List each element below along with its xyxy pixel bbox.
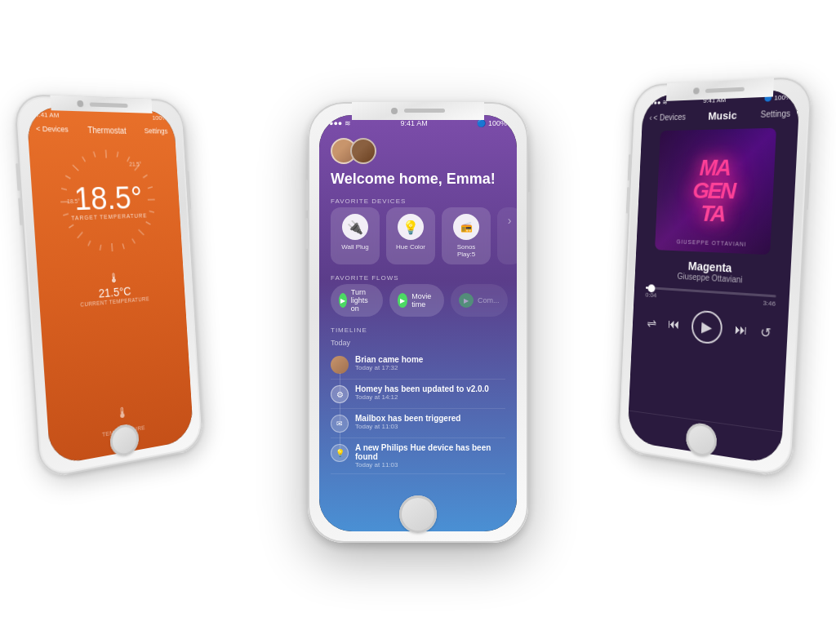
- home-signal: ●●● ≋: [329, 119, 351, 127]
- timeline-item-brian: Brian came home Today at 17:32: [331, 350, 505, 380]
- svg-line-21: [73, 165, 78, 171]
- svg-line-23: [94, 152, 96, 158]
- timeline-item-philips: 💡 A new Philips Hue device has been foun…: [331, 438, 505, 474]
- center-speaker: [404, 109, 445, 113]
- next-button[interactable]: ⏭: [735, 322, 748, 339]
- music-settings[interactable]: Settings: [760, 109, 790, 119]
- music-screen-container: ●●● ≋ 9:41 AM 🔵 100% ‹ < Devices Music S…: [627, 89, 800, 465]
- flow-lights-play: ▶: [339, 293, 347, 308]
- svg-line-1: [117, 152, 118, 158]
- section-flows-label: FAVORITE FLOWS: [319, 271, 517, 284]
- svg-line-11: [122, 243, 124, 249]
- album-art: MAGENTA GIUSEPPE OTTAVIANI: [655, 128, 776, 255]
- wall-plug-icon: 🔌: [342, 214, 368, 240]
- center-power-button[interactable]: [528, 192, 531, 241]
- svg-line-14: [88, 241, 91, 246]
- phone-right: ●●● ≋ 9:41 AM 🔵 100% ‹ < Devices Music S…: [617, 76, 813, 479]
- volume-down-button[interactable]: [18, 198, 22, 225]
- scene: 9:41 AM 100% < Devices Thermostat Settin…: [0, 0, 836, 644]
- device-card-sonos[interactable]: 📻 Sonos Play:5: [442, 207, 491, 264]
- device-card-hue[interactable]: 💡 Hue Color: [386, 207, 435, 264]
- center-vol-up[interactable]: [305, 180, 308, 211]
- event-time-homey: Today at 14:12: [355, 393, 489, 401]
- thermostat-current-temp: 🌡 21.5°C CURRENT TEMPERATURE: [78, 269, 149, 308]
- flow-movie[interactable]: ▶ Movie time: [389, 284, 444, 317]
- right-camera: [693, 87, 700, 94]
- svg-line-10: [132, 238, 136, 243]
- timeline-dot-philips: 💡: [331, 444, 349, 462]
- thermostat-battery: 100%: [152, 114, 167, 122]
- power-button[interactable]: [187, 171, 191, 210]
- avatar-brian: [350, 138, 376, 164]
- greeting-area: [319, 131, 517, 171]
- flow-more-play: ▶: [459, 293, 474, 308]
- event-time-philips: Today at 11:03: [355, 461, 505, 469]
- play-button[interactable]: ▶: [691, 309, 723, 344]
- svg-line-17: [63, 214, 69, 215]
- flow-movie-label: Movie time: [411, 292, 436, 309]
- thermostat-title: Thermostat: [87, 126, 127, 135]
- section-timeline-label: TIMELINE: [331, 323, 505, 335]
- right-power-button[interactable]: [806, 162, 811, 210]
- section-devices-label: FAVORITE DEVICES: [319, 194, 517, 207]
- thermometer-bottom-icon: 🌡: [100, 402, 145, 425]
- event-time-mailbox: Today at 11:03: [355, 423, 460, 430]
- timeline-dot-homey: ⚙: [331, 385, 349, 403]
- svg-line-9: [139, 229, 145, 235]
- center-camera: [391, 108, 398, 114]
- timeline-dot-brian: [331, 356, 349, 374]
- timeline-content-homey: Homey has been updated to v2.0.0 Today a…: [355, 384, 489, 401]
- sonos-icon: 📻: [453, 214, 479, 240]
- home-time: 9:41 AM: [401, 119, 428, 127]
- thermostat-target-temp: 18.5° TARGET TEMPERATURE: [69, 182, 147, 221]
- svg-line-22: [82, 157, 86, 162]
- svg-line-4: [143, 175, 147, 177]
- svg-line-8: [146, 222, 151, 224]
- music-signal: ●●● ≋: [650, 99, 667, 107]
- volume-up-button[interactable]: [16, 163, 20, 191]
- flow-lights[interactable]: ▶ Turn lights on: [331, 284, 383, 317]
- center-home-button[interactable]: [399, 495, 437, 533]
- event-title-mailbox: Mailbox has been triggered: [355, 414, 460, 423]
- music-back[interactable]: ‹ < Devices: [649, 113, 686, 122]
- more-devices-icon: ›: [508, 214, 512, 227]
- device-card-more[interactable]: ›: [497, 207, 517, 264]
- shuffle-button[interactable]: ⇌: [647, 314, 656, 330]
- svg-line-5: [148, 187, 153, 189]
- svg-text:21.5°: 21.5°: [129, 162, 141, 167]
- right-vol-up[interactable]: [628, 154, 631, 181]
- time-current: 0:04: [645, 291, 656, 300]
- today-label: Today: [331, 335, 505, 350]
- timeline-content-philips: A new Philips Hue device has been found …: [355, 443, 505, 469]
- phone-left: 9:41 AM 100% < Devices Thermostat Settin…: [13, 94, 203, 480]
- event-time-brian: Today at 17:32: [355, 364, 423, 371]
- wall-plug-label: Wall Plug: [341, 243, 369, 251]
- prev-button[interactable]: ⏮: [668, 317, 680, 332]
- thermostat-screen: 9:41 AM 100% < Devices Thermostat Settin…: [26, 106, 193, 466]
- thermostat-dial: 18.5° 21.5° 18.5° TARGET TEMPERATURE: [50, 143, 164, 261]
- svg-line-13: [100, 245, 100, 251]
- device-card-wall-plug[interactable]: 🔌 Wall Plug: [331, 207, 380, 264]
- album-title-line1: MAGENTA: [691, 156, 736, 225]
- svg-line-20: [65, 175, 70, 179]
- home-battery: 🔵 100%: [477, 119, 507, 127]
- right-speaker: [705, 87, 745, 92]
- event-title-philips: A new Philips Hue device has been found: [355, 443, 505, 461]
- flow-more-label: Com...: [478, 296, 500, 304]
- hue-label: Hue Color: [396, 243, 425, 251]
- timeline-dot-mailbox: ✉: [331, 415, 349, 433]
- timeline-content-mailbox: Mailbox has been triggered Today at 11:0…: [355, 414, 460, 430]
- repeat-button[interactable]: ↺: [760, 324, 772, 341]
- greeting-text: Welcome home, Emma!: [331, 171, 505, 189]
- flow-movie-play: ▶: [398, 293, 407, 308]
- time-total: 3:46: [763, 300, 776, 308]
- phone-center: ●●● ≋ 9:41 AM 🔵 100% Welcome home, Emma!…: [308, 102, 528, 543]
- thermostat-back[interactable]: < Devices: [36, 125, 69, 135]
- center-vol-down[interactable]: [305, 218, 308, 249]
- thermostat-settings[interactable]: Settings: [144, 127, 167, 135]
- favorite-flows: ▶ Turn lights on ▶ Movie time ▶ Com...: [319, 284, 517, 323]
- right-vol-down[interactable]: [626, 187, 629, 214]
- flow-more[interactable]: ▶ Com...: [451, 284, 508, 317]
- svg-line-0: [106, 150, 107, 158]
- flow-lights-label: Turn lights on: [351, 288, 375, 313]
